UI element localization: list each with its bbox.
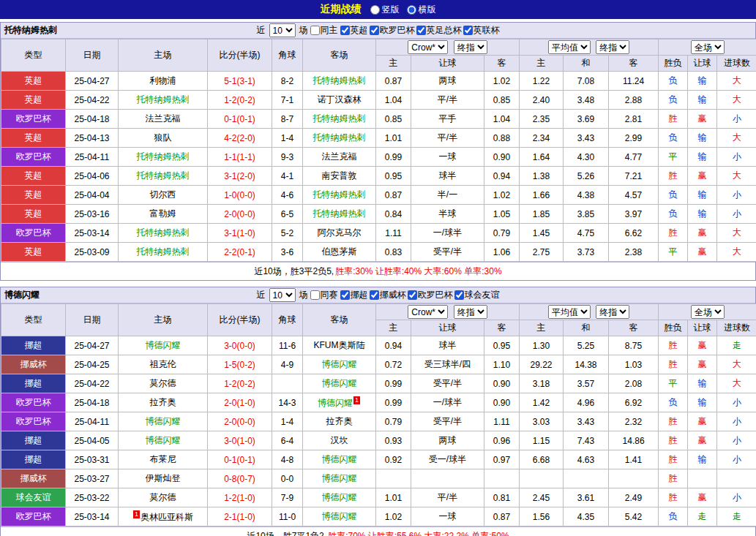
odds-handicap: 平/半 <box>411 91 484 110</box>
odds-home: 0.79 <box>376 412 411 431</box>
col-odds-handicap: 让球 <box>411 320 484 336</box>
team-name: 汉坎 <box>331 435 348 445</box>
away-team: 博德闪耀 <box>303 507 376 526</box>
odds-away: 1.11 <box>484 412 520 431</box>
final-odds-select-2[interactable]: 终指 <box>596 40 629 54</box>
match-row: 英超25-04-27利物浦5-1(3-1)8-2托特纳姆热刺0.87两球1.02… <box>1 72 756 91</box>
match-date: 25-04-27 <box>66 72 119 91</box>
match-row: 挪超25-04-22莫尔德1-2(0-2)博德闪耀0.99受平/半0.903.1… <box>1 374 756 393</box>
league-filter-checkbox[interactable] <box>370 290 379 300</box>
team-name: 诺丁汉森林 <box>318 94 362 105</box>
odds-handicap: 两球 <box>411 72 484 91</box>
match-score: 2-1(1-0) <box>208 507 272 526</box>
results-body: 英超25-04-27利物浦5-1(3-1)8-2托特纳姆热刺0.87两球1.02… <box>1 72 756 262</box>
team-name: 狼队 <box>154 132 172 143</box>
layout-option-label: 横版 <box>419 4 436 16</box>
layout-radio[interactable] <box>370 5 380 15</box>
same-filter[interactable]: 同主 <box>310 24 338 37</box>
team-name: KFUM奥斯陆 <box>314 340 365 350</box>
avg-draw: 4.63 <box>564 450 609 469</box>
same-checkbox[interactable] <box>310 290 320 300</box>
league-filter-label: 挪威杯 <box>380 289 406 301</box>
result-wdl: 负 <box>659 91 688 110</box>
match-row: 球会友谊25-03-22莫尔德1-2(1-0)7-9博德闪耀1.01平/半0.8… <box>1 488 756 507</box>
odds-handicap: 半/一 <box>411 186 484 205</box>
league-filter[interactable]: 球会友谊 <box>454 289 500 301</box>
bookmaker-select[interactable]: Crow* <box>408 40 448 54</box>
league-filter-checkbox[interactable] <box>340 290 350 300</box>
odds-home: 1.01 <box>376 488 411 507</box>
league-filter-checkbox[interactable] <box>340 26 350 35</box>
league-filter-checkbox[interactable] <box>463 26 473 35</box>
col-away: 客场 <box>303 39 376 72</box>
topbar: 近期战绩 竖版 横版 <box>0 0 756 19</box>
average-select[interactable]: 平均值 <box>548 40 591 54</box>
league-filter[interactable]: 欧罗巴杯 <box>370 24 415 37</box>
match-score: 1-2(1-0) <box>208 488 272 507</box>
result-goals: 小 <box>717 412 756 431</box>
final-odds-select[interactable]: 终指 <box>454 305 487 319</box>
league-filter[interactable]: 挪威杯 <box>370 289 406 301</box>
odds-handicap: 球半 <box>411 167 484 186</box>
col-avg-away: 客 <box>609 56 659 72</box>
away-team: 诺丁汉森林 <box>303 91 376 110</box>
match-score: 1-0(0-0) <box>208 186 272 205</box>
odds-handicap: 受三球半/四 <box>411 355 484 374</box>
team-name: 博德闪耀 <box>146 416 181 426</box>
result-wdl: 负 <box>659 393 688 412</box>
result-wdl: 胜 <box>659 450 688 469</box>
layout-option-horizontal[interactable]: 横版 <box>407 4 436 16</box>
odds-away: 1.02 <box>484 72 520 91</box>
match-date: 25-04-22 <box>66 91 119 110</box>
result-goals: 大 <box>717 243 756 262</box>
result-handicap: 输 <box>688 91 717 110</box>
full-match-select[interactable]: 全场 <box>691 305 725 319</box>
team-name: 拉齐奥 <box>150 397 176 407</box>
league-filter[interactable]: 英足总杯 <box>416 24 462 37</box>
team-name: 托特纳姆热刺 <box>137 94 190 105</box>
layout-radio[interactable] <box>407 5 416 15</box>
away-team: 博德闪耀1 <box>303 393 376 412</box>
league-filter[interactable]: 英超 <box>340 24 368 37</box>
same-filter[interactable]: 同赛 <box>310 289 338 301</box>
league-filter-checkbox[interactable] <box>370 26 379 35</box>
match-date: 25-04-25 <box>66 355 119 374</box>
league-filter-checkbox[interactable] <box>454 290 464 300</box>
full-match-select[interactable]: 全场 <box>691 40 725 54</box>
league-filter[interactable]: 挪超 <box>340 289 368 301</box>
col-type: 类型 <box>1 39 66 72</box>
layout-option-vertical[interactable]: 竖版 <box>370 4 400 16</box>
away-team: 伯恩茅斯 <box>303 243 376 262</box>
odds-home <box>376 469 411 488</box>
fullmatch-header: 全场 <box>659 39 756 56</box>
result-wdl: 胜 <box>659 167 688 186</box>
league-filter[interactable]: 欧罗巴杯 <box>408 289 453 301</box>
average-select[interactable]: 平均值 <box>548 305 591 319</box>
avg-home: 1.30 <box>520 336 564 355</box>
league-badge: 挪超 <box>1 336 66 355</box>
col-avg-home: 主 <box>520 320 564 336</box>
league-filter[interactable]: 英联杯 <box>463 24 500 37</box>
avg-home: 29.22 <box>520 355 564 374</box>
final-odds-select-2[interactable]: 终指 <box>596 305 629 319</box>
match-count-select[interactable]: 10 <box>269 288 296 302</box>
odds-home: 0.94 <box>376 336 411 355</box>
league-filter-checkbox[interactable] <box>408 290 417 300</box>
team-name: 伊斯灿登 <box>146 473 181 483</box>
col-date: 日期 <box>66 39 119 72</box>
odds-handicap: 受平/半 <box>411 243 484 262</box>
bookmaker-select[interactable]: Crow* <box>408 305 448 319</box>
match-date: 25-03-14 <box>66 224 119 243</box>
odds-away: 0.90 <box>484 393 520 412</box>
result-wdl: 胜 <box>659 110 688 129</box>
team-name: 托特纳姆热刺 <box>313 189 366 200</box>
team-name: 托特纳姆热刺 <box>313 132 366 143</box>
league-filter-checkbox[interactable] <box>416 26 426 35</box>
odds-home: 0.99 <box>376 393 411 412</box>
match-count-select[interactable]: 10 <box>269 23 296 37</box>
final-odds-select[interactable]: 终指 <box>454 40 487 54</box>
result-goals: 小 <box>717 431 756 450</box>
avg-home: 1.42 <box>520 393 564 412</box>
match-row: 挪超25-03-31布莱尼0-1(0-1)4-8博德闪耀0.92受一/球半0.9… <box>1 450 756 469</box>
same-checkbox[interactable] <box>310 26 320 35</box>
